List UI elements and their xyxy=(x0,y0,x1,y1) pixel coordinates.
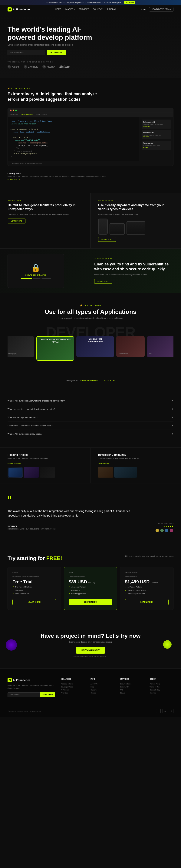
tab-optimization[interactable]: OPTIMIZATION xyxy=(21,113,33,117)
social-linkedin[interactable]: in xyxy=(156,709,161,713)
code-line-14: } xyxy=(10,155,136,158)
upgrade-button[interactable]: UPGRADE TO PRO → xyxy=(149,7,174,11)
resource-reading-title: Reading Articles xyxy=(7,453,83,456)
code-editor: import { useState, useEffect } from 'rea… xyxy=(8,117,139,161)
social-youtube[interactable]: yt xyxy=(169,709,174,713)
banner-cta[interactable]: Start Trial xyxy=(124,1,135,4)
feature-title-productivity: Helpful AI intelligence facilitates prod… xyxy=(8,203,83,211)
tab-general[interactable]: GENERAL xyxy=(10,113,18,117)
resource-img-1 xyxy=(7,467,23,477)
code-platform-title: Extraordinary AI intelligence that can a… xyxy=(7,91,102,102)
faq-item-3[interactable]: What are the payment methods? ∨ xyxy=(7,413,174,422)
security-btn[interactable]: LEARN MORE xyxy=(94,279,112,284)
footer-link-community[interactable]: Community xyxy=(120,685,144,688)
footer-link-docs[interactable]: Documentation xyxy=(120,682,144,685)
use-cases-title: Use for all types of Applications xyxy=(7,308,174,315)
use-case-design: Designs ThatEndure Forever xyxy=(76,336,114,361)
resource-reading-learn-more[interactable]: LEARN MORE › xyxy=(7,463,21,465)
pricing-enterprise-features: All Access Platform Premium UI + All Acc… xyxy=(125,585,169,595)
pricing-basic-feature-2: Blog Tools xyxy=(12,589,56,592)
footer-link-contact[interactable]: Contact xyxy=(90,691,114,694)
faq-item-2[interactable]: What process do I need to follow to plac… xyxy=(7,405,174,413)
resource-community-learn-more[interactable]: LEARN MORE › xyxy=(98,463,111,465)
submit-loan-link[interactable]: submit a loan xyxy=(104,379,115,381)
pricing-pro-btn[interactable]: LEARN MORE xyxy=(69,599,112,605)
footer-link-privacy[interactable]: Privacy Policy xyxy=(150,682,174,685)
tab-operations[interactable]: OPERATIONS xyxy=(36,113,47,117)
nav-solution[interactable]: SOLUTION xyxy=(93,8,104,10)
footer-link-sitemap[interactable]: Sitemap xyxy=(150,691,174,694)
feature-desc-productivity: Lorem ipsum dolor sit amet consectetur a… xyxy=(8,213,83,216)
logo-iguard: 🛡 iGuard xyxy=(7,65,19,68)
faq-question-1: What is AI Founderies and what kind of p… xyxy=(7,400,65,402)
footer-link-terms[interactable]: Terms of Use xyxy=(150,685,174,688)
footer-link-blog[interactable]: Blog xyxy=(90,685,114,688)
social-facebook[interactable]: f xyxy=(150,709,154,713)
footer-link-reading[interactable]: Reading Articles xyxy=(61,682,85,685)
use-cases-section: CREATED WITH Use for all types of Applic… xyxy=(0,293,181,374)
nav-logo: AI AI Founderies xyxy=(7,7,30,11)
code-demo-header xyxy=(8,108,173,113)
nav-home[interactable]: HOME xyxy=(55,8,61,10)
email-input[interactable] xyxy=(7,50,45,55)
nav-pricing[interactable]: PRICING xyxy=(107,8,116,10)
footer-link-careers[interactable]: Careers xyxy=(90,688,114,691)
pricing-headline: Try starting for FREE! xyxy=(7,555,62,561)
footer-link-dev-tools[interactable]: Developer Tools xyxy=(61,685,85,688)
social-links: f in tw yt xyxy=(150,709,174,713)
phone-mockup xyxy=(98,219,108,235)
rating-stars: ★★★★★ xyxy=(163,525,174,528)
pricing-basic-btn[interactable]: LEARN MORE xyxy=(12,599,56,605)
faq-chevron-5: ∨ xyxy=(172,433,174,435)
nav-images[interactable]: IMAGES ▾ xyxy=(65,8,75,10)
footer-newsletter-btn[interactable]: NEWSLETTER xyxy=(40,692,55,697)
pricing-enterprise-price: $1,499 USD Per Day xyxy=(125,579,169,585)
pricing-pro-feature-2: Premium UI xyxy=(69,589,112,592)
footer-link-faq[interactable]: FAQ xyxy=(120,688,144,691)
footer-link-ai-platform[interactable]: AI Platform xyxy=(61,688,85,691)
nav-right: BLOG UPGRADE TO PRO → xyxy=(140,7,174,11)
testimonial-author: JHON DOE Manufacturing Data Flow Product… xyxy=(7,523,174,532)
feature-desc-cross-devices: Lorem ipsum dolor sit amet consectetur a… xyxy=(98,213,173,216)
pricing-basic-features: Trial Account Platform Blog Tools Basic … xyxy=(12,585,56,595)
faq-item-1[interactable]: What is AI Founderies and what kind of p… xyxy=(7,397,174,405)
use-case-cards: Photography Discover, collect, and sell … xyxy=(7,334,174,363)
social-twitter[interactable]: tw xyxy=(162,709,167,713)
use-case-blog-img: Blog xyxy=(147,336,174,357)
footer-newsletter: NEWSLETTER xyxy=(7,692,55,697)
quote-mark: " xyxy=(7,495,174,506)
nav-links: HOME IMAGES ▾ SERVICES SOLUTION PRICING xyxy=(55,8,116,10)
resource-community: Developer Community Lorem ipsum dolor si… xyxy=(90,448,181,483)
resource-img-people-2 xyxy=(114,467,137,477)
code-learn-more[interactable]: LEARN MORE xyxy=(7,179,20,180)
code-line-13: return <div>{data}</div> xyxy=(10,153,136,155)
feature-btn-cross-devices[interactable]: LEARN MORE xyxy=(98,237,116,242)
feature-btn-productivity[interactable]: LEARN MORE xyxy=(8,219,25,223)
footer-col-other-title: OTHER xyxy=(150,678,174,680)
faq-item-5[interactable]: What is AI Founderies privacy policy? ∨ xyxy=(7,430,174,438)
pricing-enterprise-btn[interactable]: LEARN MORE xyxy=(125,599,169,605)
pricing-pro-feature-3: Direct Support: Yes xyxy=(69,592,112,595)
footer-email-input[interactable] xyxy=(7,692,40,697)
hero-title: The world's leading AI-powered develop p… xyxy=(7,25,102,41)
pricing-free-accent: FREE! xyxy=(46,555,62,561)
cta-download-button[interactable]: DOWNLOAD NOW xyxy=(76,647,105,654)
footer-col-support: SUPPORT Documentation Community FAQ Stat… xyxy=(120,678,144,697)
nav-services[interactable]: SERVICES xyxy=(79,8,89,10)
faq-item-4[interactable]: How does AI Founderies customer service … xyxy=(7,422,174,430)
cta-sub-text: Available for Windows, Linux, Mac and An… xyxy=(7,655,174,657)
hero-cta-button[interactable]: GET 30% OFF ! xyxy=(47,50,67,55)
rating-avatars xyxy=(155,528,174,532)
footer-link-analytics[interactable]: Analytics xyxy=(61,691,85,694)
resource-img-3 xyxy=(40,467,55,477)
nav-blog[interactable]: BLOG xyxy=(140,8,146,10)
footer-link-cookie[interactable]: Cookie Policy xyxy=(150,688,174,691)
faq-question-2: What process do I need to follow to plac… xyxy=(7,408,55,410)
browse-separator: — xyxy=(101,379,102,381)
trusted-logos: 🛡 iGuard D DACTIVE H HEERO Maidas xyxy=(7,65,174,68)
pricing-pro-desc: Praesent sed consequat xyxy=(69,575,112,577)
footer-link-about[interactable]: About Us xyxy=(90,682,114,685)
use-case-design-img: Designs ThatEndure Forever xyxy=(76,336,114,357)
browse-documentation-link[interactable]: Browse documentation xyxy=(80,379,99,381)
footer-link-status[interactable]: Status xyxy=(120,691,144,694)
